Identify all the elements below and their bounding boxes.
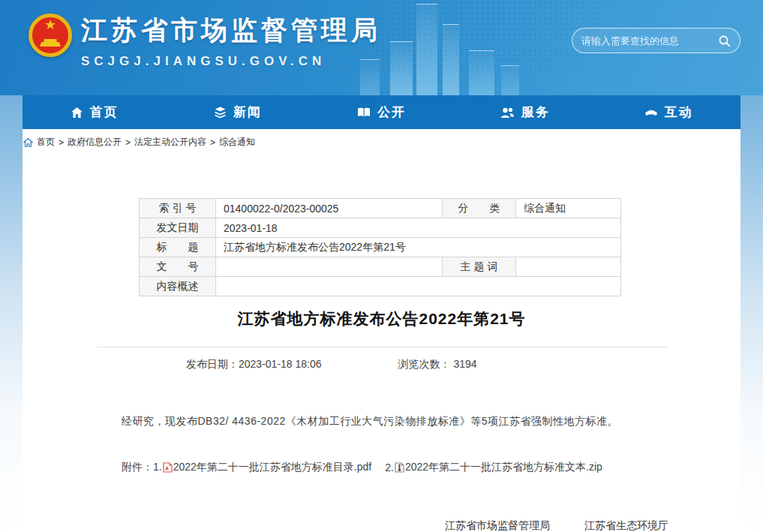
- breadcrumb-link-notice[interactable]: 综合通知: [219, 136, 255, 149]
- building-decoration: [443, 24, 459, 95]
- table-row: 发文日期 2023-01-18: [140, 218, 621, 238]
- building-decoration: [501, 65, 519, 95]
- article-title: 江苏省地方标准发布公告2022年第21号: [23, 308, 740, 329]
- main-navigation: 首页 新闻 公开 服务: [23, 95, 740, 129]
- attachment-link-zip[interactable]: 2022年第二十一批江苏省地方标准文本.zip: [394, 461, 602, 474]
- subject-word-label: 主 题 词: [443, 257, 516, 277]
- page-content: 首页>政府信息公开>法定主动公开内容>综合通知 索 引 号 01400022-0…: [23, 129, 740, 532]
- table-row: 索 引 号 01400022-0/2023-00025 分 类 综合通知: [140, 199, 621, 218]
- breadcrumb-link-home[interactable]: 首页: [37, 136, 55, 149]
- signer-market-regulation: 江苏省市场监督管理局: [445, 519, 550, 531]
- publish-date: 发布日期：2023-01-18 18:06: [186, 358, 322, 371]
- issue-date-value: 2023-01-18: [216, 218, 621, 238]
- nav-item-disclosure[interactable]: 公开: [310, 95, 453, 129]
- signer-ecology-environment: 江苏省生态环境厅: [584, 519, 668, 531]
- table-row: 文 号 主 题 词: [140, 257, 621, 277]
- signature-block: 江苏省市场监督管理局江苏省生态环境厅 2022年12月28日: [23, 519, 740, 532]
- doc-number-label: 文 号: [140, 257, 216, 277]
- nav-label: 新闻: [233, 104, 262, 121]
- attachment-prefix: 附件：1.: [122, 461, 162, 474]
- breadcrumb-separator: >: [210, 137, 215, 148]
- search-box[interactable]: [572, 28, 740, 53]
- attachment-filename: 2022年第二十一批江苏省地方标准目录.pdf: [173, 461, 372, 474]
- nav-label: 首页: [90, 104, 119, 121]
- signature-line: 江苏省市场监督管理局江苏省生态环境厅: [23, 519, 668, 532]
- index-number-label: 索 引 号: [140, 199, 216, 218]
- site-logo[interactable]: ★ 江苏省市场监督管理局 SCJGJ.JIANGSU.GOV.CN: [29, 11, 381, 69]
- site-url: SCJGJ.JIANGSU.GOV.CN: [81, 54, 381, 69]
- document-info-table: 索 引 号 01400022-0/2023-00025 分 类 综合通知 发文日…: [139, 198, 621, 296]
- site-identity: 江苏省市场监督管理局 SCJGJ.JIANGSU.GOV.CN: [81, 11, 381, 69]
- title-label: 标 题: [140, 238, 216, 257]
- subject-word-value: [516, 257, 621, 277]
- breadcrumb-separator: >: [125, 137, 131, 148]
- table-row: 标 题 江苏省地方标准发布公告2022年第21号: [140, 238, 621, 257]
- nav-label: 服务: [521, 104, 550, 121]
- attachment-number: 2.: [385, 461, 394, 473]
- breadcrumb: 首页>政府信息公开>法定主动公开内容>综合通知: [23, 136, 740, 149]
- search-input[interactable]: [581, 35, 718, 47]
- issue-date-label: 发文日期: [140, 218, 216, 238]
- interaction-handshake-icon: [644, 107, 658, 119]
- breadcrumb-separator: >: [59, 137, 64, 148]
- nav-item-home[interactable]: 首页: [23, 95, 166, 129]
- table-row: 内容概述: [140, 277, 621, 296]
- news-icon: [214, 107, 227, 119]
- search-button[interactable]: [718, 35, 731, 47]
- nav-item-interaction[interactable]: 互动: [597, 95, 740, 129]
- title-value: 江苏省地方标准发布公告2022年第21号: [216, 238, 621, 257]
- attachments-line: 附件：1. 2022年第二十一批江苏省地方标准目录.pdf 2. 2022: [122, 461, 695, 474]
- article-body: 经研究，现发布DB32/ 4436-2022《木材加工行业大气污染物排放标准》等…: [122, 412, 669, 430]
- summary-label: 内容概述: [140, 277, 216, 296]
- home-icon: [71, 107, 83, 119]
- search-icon: [718, 35, 731, 47]
- pdf-file-icon: [163, 462, 173, 473]
- building-decoration: [390, 41, 413, 95]
- doc-number-value: [216, 257, 443, 277]
- page-wrapper: 首页 新闻 公开 服务: [23, 95, 740, 532]
- national-emblem-icon: ★: [29, 14, 72, 57]
- service-icon: [500, 107, 515, 119]
- zip-file-icon: [395, 462, 404, 473]
- view-count: 浏览次数： 3194: [398, 358, 477, 371]
- article-meta: 发布日期：2023-01-18 18:06 浏览次数： 3194: [186, 358, 740, 371]
- summary-value: [216, 277, 621, 296]
- breadcrumb-link-statutory[interactable]: 法定主动公开内容: [134, 136, 206, 149]
- site-title: 江苏省市场监督管理局: [81, 11, 381, 50]
- nav-item-news[interactable]: 新闻: [166, 95, 309, 129]
- disclosure-icon: [357, 107, 371, 119]
- category-value: 综合通知: [516, 199, 621, 218]
- attachment-link-pdf[interactable]: 2022年第二十一批江苏省地方标准目录.pdf: [162, 461, 372, 474]
- building-decoration: [416, 4, 437, 95]
- category-label: 分 类: [443, 199, 516, 218]
- attachment-filename: 2022年第二十一批江苏省地方标准文本.zip: [405, 461, 602, 474]
- divider: [97, 347, 667, 347]
- building-decoration: [469, 50, 494, 95]
- nav-label: 互动: [665, 104, 693, 121]
- nav-label: 公开: [377, 104, 406, 121]
- nav-item-service[interactable]: 服务: [453, 95, 596, 129]
- breadcrumb-home-icon: [23, 138, 33, 147]
- breadcrumb-link-gov-info[interactable]: 政府信息公开: [68, 136, 122, 149]
- site-header: ★ 江苏省市场监督管理局 SCJGJ.JIANGSU.GOV.CN: [0, 0, 763, 95]
- index-number-value: 01400022-0/2023-00025: [216, 199, 443, 218]
